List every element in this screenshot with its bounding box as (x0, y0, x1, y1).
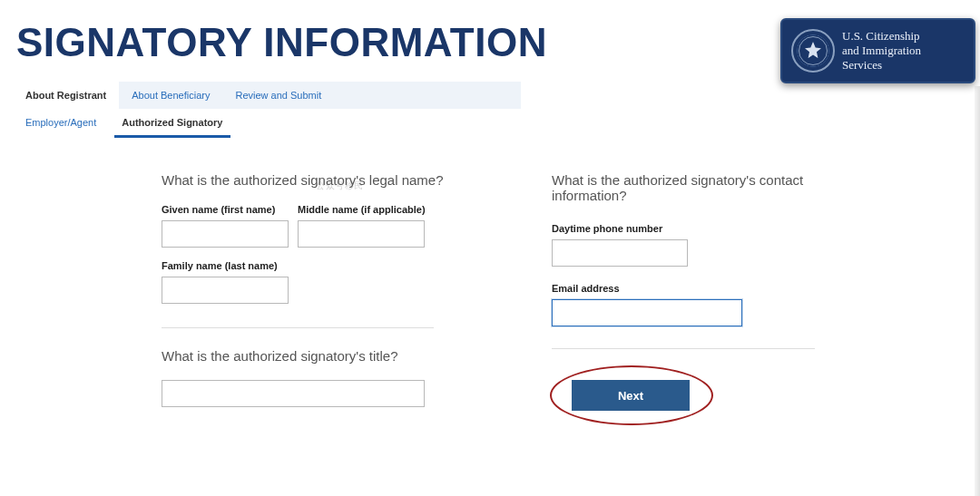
subtab-employer-agent[interactable]: Employer/Agent (13, 109, 109, 136)
tab-about-beneficiary[interactable]: About Beneficiary (119, 82, 222, 109)
right-column: What is the authorized signatory's conta… (552, 172, 851, 423)
page-shadow (975, 86, 980, 496)
secondary-tabs: Employer/Agent Authorized Signatory (13, 109, 521, 136)
email-label: Email address (552, 283, 851, 294)
tab-review-submit[interactable]: Review and Submit (222, 82, 334, 109)
agency-line1: U.S. Citizenship (842, 29, 921, 44)
family-name-label: Family name (last name) (162, 260, 289, 271)
form-content: What is the authorized signatory's legal… (0, 136, 980, 423)
primary-tabs: About Registrant About Beneficiary Revie… (13, 82, 521, 109)
tab-about-registrant[interactable]: About Registrant (13, 82, 119, 109)
legal-name-question: What is the authorized signatory's legal… (162, 172, 588, 188)
given-name-label: Given name (first name) (162, 204, 289, 215)
left-column: What is the authorized signatory's legal… (162, 172, 588, 423)
email-input[interactable] (552, 299, 742, 326)
title-question: What is the authorized signatory's title… (162, 348, 588, 364)
agency-badge: U.S. Citizenship and Immigration Service… (780, 18, 975, 83)
agency-name: U.S. Citizenship and Immigration Service… (842, 29, 921, 73)
title-input[interactable] (162, 380, 425, 407)
agency-line3: Services (842, 58, 921, 73)
middle-name-input[interactable] (298, 220, 425, 248)
divider (552, 348, 815, 349)
family-name-input[interactable] (162, 277, 289, 304)
divider (162, 327, 434, 328)
next-wrap: Next (552, 365, 715, 423)
given-name-input[interactable] (162, 220, 289, 248)
agency-line2: and Immigration (842, 44, 921, 58)
middle-name-label: Middle name (if applicable) (298, 204, 426, 215)
dhs-seal-icon (791, 29, 835, 73)
next-button[interactable]: Next (572, 380, 690, 411)
phone-label: Daytime phone number (552, 223, 851, 234)
phone-input[interactable] (552, 239, 688, 267)
contact-question: What is the authorized signatory's conta… (552, 172, 851, 203)
subtab-authorized-signatory[interactable]: Authorized Signatory (109, 109, 235, 136)
